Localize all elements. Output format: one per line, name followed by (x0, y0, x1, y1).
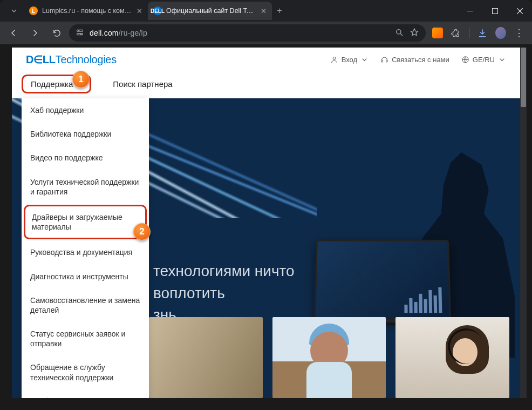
promo-tile-3[interactable] (395, 317, 509, 398)
dd-item-support-hub[interactable]: Хаб поддержки (22, 98, 149, 122)
dd-item-contact-support[interactable]: Обращение в службу технической поддержки (22, 355, 149, 389)
svg-rect-7 (381, 60, 383, 62)
svg-point-5 (397, 29, 401, 33)
dd-item-self-repair[interactable]: Самовосстановление и замена деталей (22, 288, 149, 322)
svg-rect-1 (77, 30, 83, 31)
page-scrollbar[interactable] (520, 48, 527, 398)
nav-forward-button[interactable] (26, 24, 44, 42)
favicon-dell-icon: DELL (153, 6, 162, 15)
header-locale-label: GE/RU (473, 56, 495, 64)
bookmark-icon[interactable] (410, 28, 419, 39)
header-contact-button[interactable]: Связаться с нами (380, 56, 449, 64)
tab-title: Lumpics.ru - помощь с компью (42, 7, 132, 15)
profile-avatar[interactable] (495, 28, 506, 38)
browser-menu-button[interactable]: ⋮ (514, 28, 524, 38)
dd-item-manuals[interactable]: Руководства и документация (22, 240, 149, 264)
dd-item-support-video[interactable]: Видео по поддержке (22, 146, 149, 170)
tab-search-icon[interactable] (4, 6, 24, 15)
new-tab-button[interactable]: + (272, 6, 287, 16)
window-maximize-button[interactable] (482, 0, 507, 22)
tab-title: Официальный сайт Dell Technс (166, 7, 256, 15)
brand-logo[interactable]: D∈LLTechnologies (26, 53, 117, 66)
annotation-badge-2: 2 (133, 223, 151, 240)
tab-dell[interactable]: DELL Официальный сайт Dell Technс ✕ (148, 2, 272, 20)
svg-rect-8 (386, 60, 388, 62)
close-icon[interactable]: ✕ (137, 7, 142, 15)
extension-metamask-icon[interactable] (432, 28, 443, 38)
close-icon[interactable]: ✕ (261, 7, 267, 15)
header-contact-label: Связаться с нами (392, 56, 449, 64)
nav-back-button[interactable] (4, 24, 23, 42)
dd-item-service-status[interactable]: Статус сервисных заявок и отправки (22, 322, 149, 355)
svg-point-4 (80, 33, 81, 34)
svg-rect-2 (77, 33, 83, 35)
toolbar-divider (469, 28, 469, 38)
dd-item-support-library[interactable]: Библиотека поддержки (22, 122, 149, 146)
url-text: dell.com/ru-ge/lp (90, 29, 389, 37)
support-dropdown: Хаб поддержки Библиотека поддержки Видео… (22, 98, 149, 398)
dd-item-community[interactable]: Сообщество (22, 389, 149, 398)
downloads-icon[interactable] (477, 28, 488, 38)
dd-item-diagnostics[interactable]: Диагностика и инструменты (22, 265, 149, 288)
hero-headline: технологиями ничто воплотить знь. (153, 260, 295, 326)
tab-lumpics[interactable]: L Lumpics.ru - помощь с компью ✕ (24, 2, 148, 20)
laptop-chart-icon (404, 286, 442, 313)
nav-support-label: Поддержка (31, 79, 73, 89)
favicon-lumpics-icon: L (29, 6, 38, 15)
extensions-icon[interactable] (451, 28, 461, 38)
search-in-page-icon[interactable] (394, 28, 404, 39)
dd-item-tech-services[interactable]: Услуги технической поддержки и гарантия (22, 170, 149, 204)
scrollbar-thumb[interactable] (521, 48, 526, 107)
annotation-badge-1: 1 (72, 71, 90, 88)
window-minimize-button[interactable] (458, 0, 482, 22)
svg-rect-0 (492, 8, 497, 14)
svg-point-3 (78, 30, 79, 31)
svg-point-6 (333, 57, 336, 59)
promo-tile-2[interactable] (272, 317, 386, 398)
nav-partner-label: Поиск партнера (113, 79, 172, 89)
header-login-label: Вход (342, 56, 357, 64)
header-locale-button[interactable]: GE/RU (461, 56, 506, 64)
address-bar[interactable]: dell.com/ru-ge/lp (69, 24, 426, 42)
site-settings-icon[interactable] (76, 28, 84, 38)
dd-item-drivers-downloads[interactable]: Драйверы и загружаемые материалы (24, 205, 147, 239)
window-close-button[interactable] (507, 0, 532, 22)
nav-reload-button[interactable] (47, 24, 66, 42)
header-login-button[interactable]: Вход (330, 56, 369, 64)
nav-partner-button[interactable]: Поиск партнера (106, 75, 179, 93)
promo-tile-1[interactable] (149, 317, 263, 398)
